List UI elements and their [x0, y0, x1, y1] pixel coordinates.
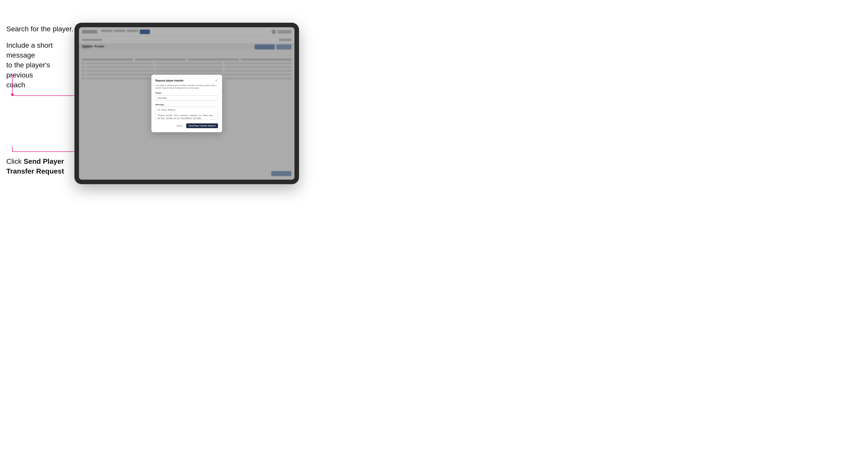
- player-input[interactable]: [155, 95, 218, 101]
- annotation-message: Include a short message to the player's …: [6, 40, 74, 90]
- player-field-label: Player: [155, 92, 218, 94]
- modal-header: Request player transfer ×: [155, 79, 218, 82]
- tablet-device: Update Roster: [74, 23, 299, 184]
- modal-footer: Cancel Send Player Transfer Request: [155, 123, 218, 128]
- modal-dialog: Request player transfer × If the player …: [151, 75, 222, 132]
- modal-title: Request player transfer: [155, 79, 184, 82]
- tablet-screen: Update Roster: [79, 27, 294, 180]
- click-arrow-vertical-down: [12, 146, 12, 152]
- search-arrow-vertical: [12, 74, 12, 96]
- click-prefix-text: Click: [6, 157, 24, 165]
- message-textarea[interactable]: [155, 107, 218, 119]
- message-field-label: Message: [155, 103, 218, 106]
- send-transfer-request-button[interactable]: Send Player Transfer Request: [186, 123, 218, 128]
- modal-description: If the player is transferring from anoth…: [155, 84, 218, 89]
- annotation-click: Click Send Player Transfer Request: [6, 156, 74, 176]
- modal-overlay: Request player transfer × If the player …: [79, 27, 294, 180]
- cancel-button[interactable]: Cancel: [175, 124, 184, 128]
- close-icon[interactable]: ×: [215, 79, 218, 82]
- annotation-search: Search for the player.: [6, 24, 73, 34]
